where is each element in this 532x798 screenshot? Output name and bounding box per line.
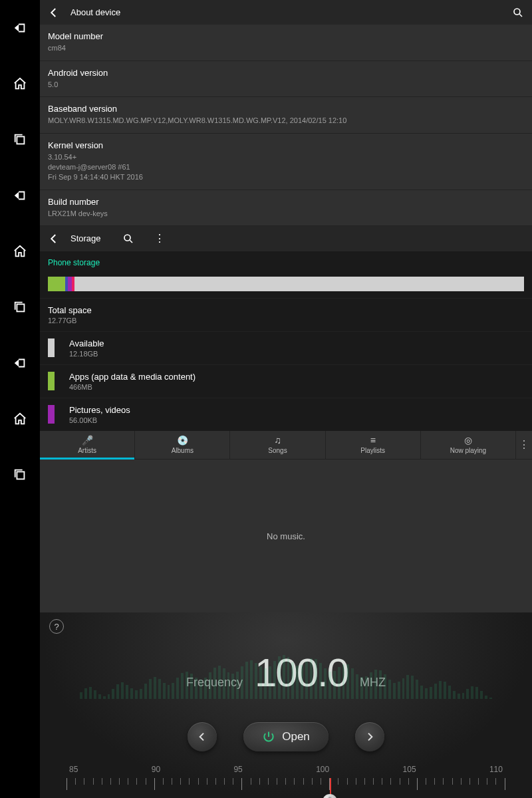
svg-rect-2	[17, 471, 24, 479]
overflow-icon[interactable]: ⋮	[154, 232, 165, 245]
about-row[interactable]: Build numberLRX21M dev-keys	[40, 190, 532, 226]
system-nav-bar	[0, 0, 40, 798]
tab-songs[interactable]: ♫Songs	[230, 431, 325, 459]
storage-item-value: 466MB	[69, 383, 196, 391]
frequency-scale[interactable]: 859095100105110	[66, 765, 505, 798]
music-tabs: 🎤Artists💿Albums♫Songs≡Playlists◎Now play…	[40, 431, 532, 460]
recent-nav-icon[interactable]	[12, 467, 28, 483]
storage-item-value: 12.18GB	[69, 350, 104, 358]
frequency-display: Frequency 100.0 MHZ	[40, 650, 532, 696]
about-row[interactable]: Baseband versionMOLY.WR8.W1315.MD.WG.MP.…	[40, 97, 532, 133]
svg-rect-1	[17, 304, 24, 311]
music-empty-state: No music.	[40, 460, 532, 612]
search-icon[interactable]	[122, 233, 134, 245]
tab-label: Artists	[78, 447, 96, 454]
tab-playlists[interactable]: ≡Playlists	[326, 431, 421, 459]
main-content: About device Model numbercm84Android ver…	[40, 0, 532, 798]
storage-total-row[interactable]: Total space 12.77GB	[40, 298, 532, 331]
storage-item-label: Apps (app data & media content)	[69, 372, 196, 382]
now playing-icon: ◎	[464, 435, 472, 446]
about-row[interactable]: Model numbercm84	[40, 25, 532, 61]
back-icon[interactable]	[48, 233, 60, 245]
storage-swatch	[48, 338, 55, 357]
about-row[interactable]: Android version5.0	[40, 61, 532, 97]
open-label: Open	[282, 730, 310, 743]
scale-number: 110	[489, 765, 503, 774]
scale-number: 85	[69, 765, 78, 774]
storage-item-label: Available	[69, 338, 104, 348]
search-icon[interactable]	[512, 7, 524, 19]
next-button[interactable]	[355, 722, 384, 751]
storage-item-row[interactable]: Available12.18GB	[40, 331, 532, 364]
info-value: 5.0	[48, 80, 524, 90]
storage-bar-segment	[48, 277, 65, 291]
songs-icon: ♫	[274, 435, 281, 446]
storage-bar-chart[interactable]	[48, 277, 524, 291]
info-label: Baseband version	[48, 104, 524, 114]
tab-label: Now playing	[450, 447, 486, 454]
info-label: Android version	[48, 68, 524, 78]
about-header: About device	[40, 0, 532, 25]
storage-title: Storage	[70, 233, 101, 243]
artists-icon: 🎤	[82, 435, 93, 446]
storage-item-row[interactable]: Pictures, videos56.00KB	[40, 398, 532, 431]
scale-number: 105	[403, 765, 416, 774]
storage-subtitle: Phone storage	[40, 251, 532, 274]
info-value: LRX21M dev-keys	[48, 209, 524, 219]
info-value: 3.10.54+ devteam-j@server08 #61 Fri Sep …	[48, 152, 524, 183]
storage-item-label: Pictures, videos	[69, 405, 130, 415]
storage-swatch	[48, 405, 55, 424]
tab-albums[interactable]: 💿Albums	[135, 431, 230, 459]
total-space-value: 12.77GB	[48, 317, 92, 325]
svg-rect-0	[17, 136, 24, 144]
tab-label: Albums	[172, 447, 194, 454]
back-nav-icon[interactable]	[12, 355, 28, 371]
storage-item-row[interactable]: Apps (app data & media content)466MB	[40, 364, 532, 398]
total-space-label: Total space	[48, 305, 92, 315]
svg-point-3	[514, 9, 520, 15]
radio-panel: ? Frequency 100.0 MHZ Open 8590951001051…	[40, 612, 532, 798]
svg-point-4	[124, 235, 130, 241]
tab-now-playing[interactable]: ◎Now playing	[421, 431, 516, 459]
home-nav-icon[interactable]	[12, 76, 28, 92]
prev-button[interactable]	[188, 722, 217, 751]
tab-label: Songs	[268, 447, 287, 454]
storage-header: Storage ⋮	[40, 226, 532, 251]
info-label: Kernel version	[48, 140, 524, 150]
about-row[interactable]: Kernel version3.10.54+ devteam-j@server0…	[40, 134, 532, 190]
overflow-icon[interactable]: ⋮	[516, 431, 532, 459]
back-nav-icon[interactable]	[12, 20, 28, 36]
scale-number: 100	[316, 765, 329, 774]
recent-nav-icon[interactable]	[12, 299, 28, 315]
tab-label: Playlists	[360, 447, 385, 454]
recent-nav-icon[interactable]	[12, 132, 28, 148]
info-label: Build number	[48, 197, 524, 207]
power-icon	[262, 730, 275, 743]
frequency-label: Frequency	[186, 676, 243, 690]
storage-item-value: 56.00KB	[69, 416, 130, 424]
playlists-icon: ≡	[370, 435, 376, 446]
radio-controls: Open	[40, 722, 532, 751]
back-icon[interactable]	[48, 7, 60, 19]
storage-bar-segment	[74, 277, 524, 291]
home-nav-icon[interactable]	[12, 243, 28, 259]
open-button[interactable]: Open	[243, 722, 329, 751]
storage-swatch	[48, 372, 55, 390]
help-icon[interactable]: ?	[49, 619, 64, 634]
scale-number: 90	[152, 765, 160, 774]
info-label: Model number	[48, 31, 524, 41]
about-title: About device	[70, 7, 120, 17]
frequency-value: 100.0	[255, 650, 348, 696]
tuner-knob[interactable]	[323, 794, 337, 798]
albums-icon: 💿	[177, 435, 188, 446]
frequency-unit: MHZ	[360, 676, 386, 690]
info-value: MOLY.WR8.W1315.MD.WG.MP.V12,MOLY.WR8.W13…	[48, 116, 524, 126]
tab-artists[interactable]: 🎤Artists	[40, 431, 135, 459]
scale-number: 95	[233, 765, 242, 774]
back-nav-icon[interactable]	[12, 188, 28, 203]
info-value: cm84	[48, 43, 524, 53]
home-nav-icon[interactable]	[12, 411, 28, 427]
